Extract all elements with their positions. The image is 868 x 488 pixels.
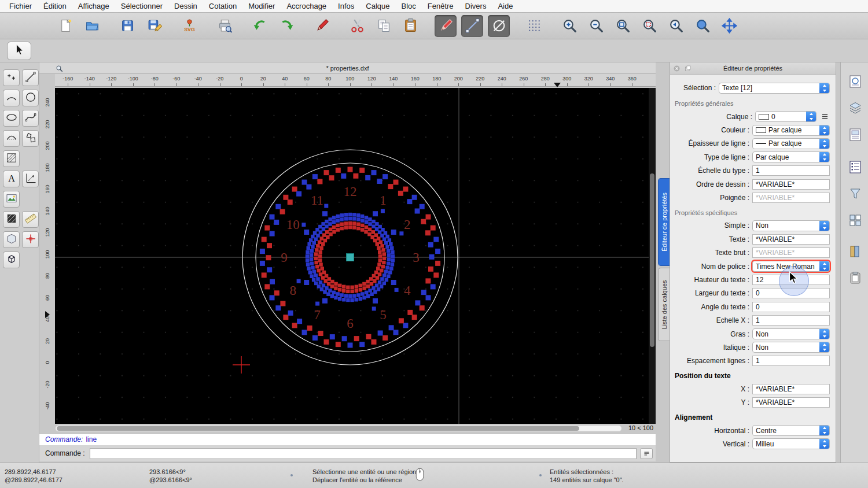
zoom-out-button[interactable]	[585, 15, 607, 37]
arc-tool-button[interactable]	[3, 90, 20, 106]
texte-brut-field[interactable]: *VARIABLE*	[752, 247, 830, 258]
hatch-tool-button[interactable]	[3, 150, 20, 167]
points-tool-button[interactable]	[3, 69, 20, 86]
echelle-du-type-label: Échelle du type :	[672, 167, 752, 175]
menu-affichage[interactable]: Affichage	[72, 0, 115, 13]
new-file-button[interactable]	[54, 15, 76, 37]
panel-tab-editeur-de-proprietes[interactable]: Éditeur de propriétés	[658, 178, 670, 266]
selection-dropdown[interactable]: Texte [12]	[719, 83, 830, 94]
ruler-tick-label: 100	[339, 76, 362, 82]
texte-field[interactable]: *VARIABLE*	[752, 234, 830, 245]
horizontal-scrollbar-thumb[interactable]	[57, 426, 579, 431]
line-tool-button[interactable]	[22, 69, 39, 86]
gras-dropdown[interactable]: Non	[752, 328, 830, 339]
clipboard-panel-button[interactable]	[845, 271, 865, 288]
horizontal-dropdown[interactable]: Centre	[752, 425, 830, 436]
ellipse-tool-button[interactable]	[3, 110, 20, 127]
panel-detach-button[interactable]	[684, 65, 692, 72]
drawing-canvas[interactable]: 121234567891011	[55, 88, 649, 424]
library-panel-button[interactable]	[845, 244, 865, 261]
blocks-panel-button[interactable]	[845, 127, 865, 145]
angle-du-texte-field[interactable]: 0	[752, 302, 830, 312]
edit-pen-button[interactable]	[311, 15, 333, 37]
circle-mode-button[interactable]	[488, 15, 510, 37]
cut-button[interactable]	[346, 15, 368, 37]
type-de-ligne-dropdown[interactable]: Par calque	[752, 151, 830, 162]
menu-accrochage[interactable]: Accrochage	[281, 0, 332, 13]
svg-export-button[interactable]: SVG	[178, 15, 200, 37]
selection-count-line-2: 149 entités sur calque "0".	[550, 476, 624, 484]
horizontal-scrollbar[interactable]	[55, 425, 622, 432]
pan-button[interactable]	[718, 15, 740, 37]
curve-tool-button[interactable]	[3, 130, 20, 147]
dimension-tool-button[interactable]	[22, 171, 39, 187]
undo-button[interactable]	[249, 15, 271, 37]
open-folder-button[interactable]	[81, 15, 103, 37]
save-button[interactable]	[116, 15, 138, 37]
polygon-tool-button[interactable]	[22, 130, 39, 147]
grid-toggle-button[interactable]	[523, 15, 545, 37]
menu-cotation[interactable]: Cotation	[203, 0, 242, 13]
absolute-cartesian-coordinates: 289.8922,46.6177	[5, 468, 62, 476]
circle-tool-button[interactable]	[22, 90, 39, 106]
box-tool-button[interactable]	[3, 252, 20, 268]
zoom-previous-button[interactable]	[665, 15, 687, 37]
simple-dropdown[interactable]: Non	[752, 220, 830, 231]
zoom-selection-button[interactable]	[638, 15, 660, 37]
snap-tool-button[interactable]	[22, 231, 39, 248]
zoom-in-button[interactable]	[558, 15, 580, 37]
image-tool-button[interactable]	[3, 191, 20, 208]
echelle-x-field[interactable]: 1	[752, 315, 830, 326]
vertical-dropdown[interactable]: Milieu	[752, 438, 830, 449]
calque-dropdown[interactable]: 0	[755, 111, 816, 122]
y-field[interactable]: *VARIABLE*	[752, 397, 830, 408]
filter-panel-button[interactable]	[845, 186, 865, 204]
layers-panel-button[interactable]	[845, 101, 865, 118]
command-input[interactable]	[90, 448, 637, 459]
echelle-du-type-field[interactable]: 1	[752, 165, 830, 176]
x-field[interactable]: *VARIABLE*	[752, 384, 830, 394]
menu-modifier[interactable]: Modifier	[242, 0, 281, 13]
menu-infos[interactable]: Infos	[332, 0, 360, 13]
menu-bloc[interactable]: Bloc	[395, 0, 421, 13]
vertical-scrollbar-thumb[interactable]	[650, 173, 654, 347]
menu-calque[interactable]: Calque	[360, 0, 395, 13]
print-preview-button[interactable]	[214, 15, 236, 37]
text-tool-button[interactable]: A	[3, 171, 20, 187]
views-panel-button[interactable]	[845, 213, 865, 230]
zoom-window-button[interactable]	[692, 15, 713, 37]
poignee-field[interactable]: *VARIABLE*	[752, 193, 830, 203]
shape-tool-button[interactable]	[3, 231, 20, 248]
menu-edition[interactable]: Édition	[38, 0, 72, 13]
epaisseur-de-ligne-dropdown[interactable]: Par calque	[752, 138, 830, 149]
layer-menu-button[interactable]	[819, 112, 830, 121]
properties-panel-button[interactable]	[845, 160, 865, 177]
menu-dessin[interactable]: Dessin	[168, 0, 203, 13]
measure-tool-button[interactable]	[22, 211, 39, 228]
menu-fenetre[interactable]: Fenêtre	[422, 0, 459, 13]
redo-button[interactable]	[275, 15, 297, 37]
espacement-lignes-field[interactable]: 1	[752, 356, 830, 366]
line-mode-button[interactable]	[461, 15, 483, 37]
menu-selectionner[interactable]: Sélectionner	[115, 0, 168, 13]
menu-divers[interactable]: Divers	[459, 0, 492, 13]
save-as-button[interactable]	[143, 15, 165, 37]
menu-fichier[interactable]: Fichier	[3, 0, 38, 13]
zoom-auto-button[interactable]	[612, 15, 634, 37]
spline-tool-button[interactable]	[22, 110, 39, 127]
copy-button[interactable]	[373, 15, 395, 37]
ordre-de-dessin-field[interactable]: *VARIABLE*	[752, 179, 830, 190]
drawing-panel-button[interactable]	[845, 74, 865, 91]
panel-tab-liste-des-calques[interactable]: Liste des calques	[658, 268, 670, 341]
draw-pen-button[interactable]	[435, 15, 457, 37]
command-expand-button[interactable]	[640, 448, 653, 459]
italique-dropdown[interactable]: Non	[752, 342, 830, 353]
panel-close-button[interactable]	[673, 65, 681, 72]
paste-button[interactable]	[399, 15, 421, 37]
vertical-scrollbar[interactable]	[649, 88, 656, 424]
menu-aide[interactable]: Aide	[492, 0, 518, 13]
pattern-tool-button[interactable]	[3, 211, 20, 228]
selection-tool-button[interactable]	[7, 42, 31, 60]
couleur-dropdown[interactable]: Par calque	[752, 125, 830, 136]
swatch-icon	[759, 114, 769, 120]
